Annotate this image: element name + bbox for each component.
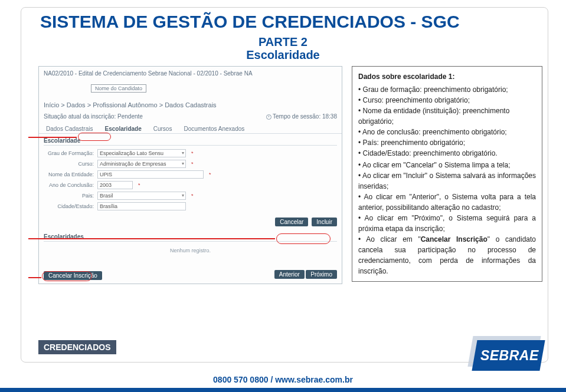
info-item: Ao clicar em "Anterior", o Sistema volta… <box>358 192 536 213</box>
sebrae-logo: SEBRAE <box>472 340 542 381</box>
tab-dados-cadastrais[interactable]: Dados Cadastrais <box>44 124 95 133</box>
breadcrumb: Início > Dados > Profissional Autônomo >… <box>39 99 342 111</box>
info-item: Ao clicar em "Incluir" o Sistema salvará… <box>358 170 536 192</box>
edital-label: NA02/2010 - Edital de Credenciamento Seb… <box>39 67 342 78</box>
highlight-buttons <box>276 233 331 244</box>
arrow-indicator-2 <box>28 238 275 239</box>
entidade-input[interactable]: UPIS <box>97 170 204 179</box>
required-icon: * <box>209 172 211 177</box>
curso-label: Curso: <box>44 161 94 167</box>
proximo-button[interactable]: Próximo <box>306 270 337 279</box>
curso-select[interactable]: Administração de Empresas <box>97 160 186 168</box>
required-icon: * <box>191 150 194 156</box>
info-item: Ao clicar em "Cancelar Inscrição" o cand… <box>358 234 536 276</box>
footer-phone: 0800 570 0800 <box>213 375 268 384</box>
footer-separator: / <box>269 375 276 384</box>
highlight-escolaridade-tab <box>78 133 111 141</box>
cidade-label: Cidade/Estado: <box>44 203 94 209</box>
session-time: Tempo de sessão: 18:38 <box>266 113 337 120</box>
info-item: Ao clicar em "Cancelar" o Sistema limpa … <box>358 160 536 170</box>
ano-label: Ano de Conclusão: <box>44 182 94 188</box>
arrow-indicator-3 <box>28 277 41 278</box>
info-box: Dados sobre escolaridade 1: Grau de form… <box>352 66 542 282</box>
logo-text: SEBRAE <box>480 348 539 364</box>
footer-url: www.sebrae.com.br <box>275 375 353 384</box>
cancelar-button[interactable]: Cancelar <box>275 218 308 226</box>
clock-icon <box>266 114 271 120</box>
tab-cursos[interactable]: Cursos <box>151 124 175 133</box>
required-icon: * <box>191 193 194 199</box>
candidate-name-box: Nome do Candidato <box>91 84 146 93</box>
grau-label: Grau de Formação: <box>44 150 94 156</box>
info-item: Ano de conclusão: preenchimento obrigató… <box>358 127 536 137</box>
page-subtitle-2: Escolaridade <box>0 48 566 62</box>
tab-escolaridade[interactable]: Escolaridade <box>102 124 143 133</box>
cidade-input[interactable]: Brasília <box>97 202 186 210</box>
screenshot-panel: NA02/2010 - Edital de Credenciamento Seb… <box>38 66 342 284</box>
page-title: SISTEMA DE GESTÃO DE CREDENCIADOS - SGC <box>40 12 460 32</box>
info-item: Curso: preenchimento obrigatório; <box>358 95 536 106</box>
info-item: Cidade/Estado: preenchimento obrigatório… <box>358 148 536 159</box>
footer-bar <box>0 388 566 392</box>
incluir-button[interactable]: Incluir <box>312 218 337 226</box>
entidade-label: Nome da Entidade: <box>44 172 94 177</box>
tabs-bar: Dados Cadastrais Escolaridade Cursos Doc… <box>39 122 342 134</box>
highlight-cancelar-inscricao <box>42 271 92 281</box>
required-icon: * <box>138 182 140 188</box>
info-item: Grau de formação: preenchimento obrigató… <box>358 84 536 95</box>
pais-label: Pais: <box>44 193 94 199</box>
grau-select[interactable]: Especialização Lato Sensu <box>97 149 186 157</box>
tab-documentos[interactable]: Documentos Anexados <box>181 124 247 133</box>
info-item: Ao clicar em "Próximo", o Sistema seguir… <box>358 213 536 234</box>
page-subtitle-1: PARTE 2 <box>0 35 566 49</box>
info-item: País: preenchimento obrigatório; <box>358 137 536 148</box>
anterior-button[interactable]: Anterior <box>274 270 305 279</box>
ano-input[interactable]: 2003 <box>97 181 133 189</box>
empty-state: Nenhum registro. <box>39 243 342 258</box>
info-item: Nome da entidade (instituição): preenchi… <box>358 106 536 127</box>
info-heading: Dados sobre escolaridade 1: <box>358 71 536 82</box>
required-icon: * <box>191 161 194 167</box>
form-escolaridade: Grau de Formação: Especialização Lato Se… <box>39 147 342 215</box>
info-list-1: Grau de formação: preenchimento obrigató… <box>358 84 536 159</box>
credenciados-badge: CREDENCIADOS <box>38 340 116 354</box>
arrow-indicator-1 <box>28 137 77 138</box>
inscricao-status: Situação atual da inscrição: Pendente <box>44 113 143 120</box>
pais-select[interactable]: Brasil <box>97 192 186 200</box>
info-list-2: Ao clicar em "Cancelar" o Sistema limpa … <box>358 160 536 276</box>
